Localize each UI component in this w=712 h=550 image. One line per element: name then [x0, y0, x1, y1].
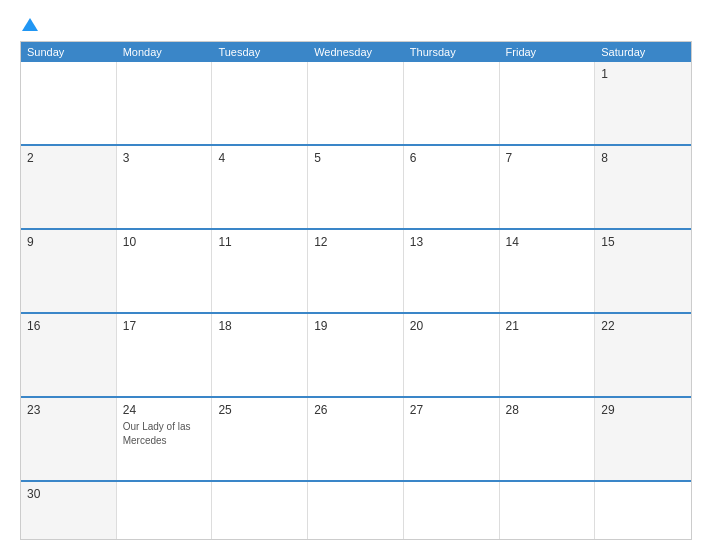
weeks-container: 123456789101112131415161718192021222324O…	[21, 62, 691, 539]
day-cell: 10	[117, 230, 213, 312]
day-cell: 24Our Lady of las Mercedes	[117, 398, 213, 480]
holiday-label: Our Lady of las Mercedes	[123, 421, 191, 446]
day-header-monday: Monday	[117, 42, 213, 62]
header	[20, 18, 692, 31]
day-cell: 15	[595, 230, 691, 312]
day-cell: 23	[21, 398, 117, 480]
day-number: 19	[314, 319, 397, 333]
day-cell: 8	[595, 146, 691, 228]
day-cell: 16	[21, 314, 117, 396]
week-row-1: 1	[21, 62, 691, 144]
day-cell	[117, 482, 213, 539]
day-number: 29	[601, 403, 685, 417]
week-row-3: 9101112131415	[21, 228, 691, 312]
day-cell: 19	[308, 314, 404, 396]
day-cell: 29	[595, 398, 691, 480]
week-row-6: 30	[21, 480, 691, 539]
day-number: 3	[123, 151, 206, 165]
day-number: 25	[218, 403, 301, 417]
week-row-4: 16171819202122	[21, 312, 691, 396]
day-cell	[500, 62, 596, 144]
day-number: 15	[601, 235, 685, 249]
day-cell: 6	[404, 146, 500, 228]
day-number: 21	[506, 319, 589, 333]
day-number: 13	[410, 235, 493, 249]
day-cell: 25	[212, 398, 308, 480]
calendar-page: SundayMondayTuesdayWednesdayThursdayFrid…	[0, 0, 712, 550]
day-cell	[212, 482, 308, 539]
day-cell: 1	[595, 62, 691, 144]
day-number: 4	[218, 151, 301, 165]
day-number: 10	[123, 235, 206, 249]
day-cell: 17	[117, 314, 213, 396]
day-number: 22	[601, 319, 685, 333]
calendar-grid: SundayMondayTuesdayWednesdayThursdayFrid…	[20, 41, 692, 540]
day-header-thursday: Thursday	[404, 42, 500, 62]
day-number: 17	[123, 319, 206, 333]
day-number: 28	[506, 403, 589, 417]
day-cell: 5	[308, 146, 404, 228]
day-cell: 22	[595, 314, 691, 396]
day-number: 14	[506, 235, 589, 249]
day-number: 30	[27, 487, 110, 501]
week-row-2: 2345678	[21, 144, 691, 228]
day-headers-row: SundayMondayTuesdayWednesdayThursdayFrid…	[21, 42, 691, 62]
day-header-saturday: Saturday	[595, 42, 691, 62]
day-number: 18	[218, 319, 301, 333]
day-number: 6	[410, 151, 493, 165]
day-number: 2	[27, 151, 110, 165]
day-cell	[595, 482, 691, 539]
day-cell: 27	[404, 398, 500, 480]
day-number: 9	[27, 235, 110, 249]
day-cell	[308, 62, 404, 144]
day-number: 11	[218, 235, 301, 249]
day-cell: 4	[212, 146, 308, 228]
day-cell: 30	[21, 482, 117, 539]
day-cell: 7	[500, 146, 596, 228]
day-number: 5	[314, 151, 397, 165]
day-number: 8	[601, 151, 685, 165]
day-cell	[117, 62, 213, 144]
day-header-friday: Friday	[500, 42, 596, 62]
day-number: 7	[506, 151, 589, 165]
logo	[20, 18, 38, 31]
day-cell	[404, 482, 500, 539]
day-number: 24	[123, 403, 206, 417]
day-cell: 3	[117, 146, 213, 228]
day-cell: 11	[212, 230, 308, 312]
day-cell	[500, 482, 596, 539]
day-number: 27	[410, 403, 493, 417]
day-header-sunday: Sunday	[21, 42, 117, 62]
day-cell	[21, 62, 117, 144]
day-cell: 26	[308, 398, 404, 480]
day-cell: 14	[500, 230, 596, 312]
day-header-wednesday: Wednesday	[308, 42, 404, 62]
day-cell: 12	[308, 230, 404, 312]
day-header-tuesday: Tuesday	[212, 42, 308, 62]
week-row-5: 2324Our Lady of las Mercedes2526272829	[21, 396, 691, 480]
day-cell	[212, 62, 308, 144]
day-cell	[308, 482, 404, 539]
day-cell	[404, 62, 500, 144]
day-number: 16	[27, 319, 110, 333]
day-number: 20	[410, 319, 493, 333]
day-number: 12	[314, 235, 397, 249]
logo-triangle-icon	[22, 18, 38, 31]
day-cell: 18	[212, 314, 308, 396]
day-number: 26	[314, 403, 397, 417]
day-cell: 2	[21, 146, 117, 228]
day-number: 23	[27, 403, 110, 417]
day-cell: 21	[500, 314, 596, 396]
day-cell: 13	[404, 230, 500, 312]
day-cell: 20	[404, 314, 500, 396]
day-cell: 28	[500, 398, 596, 480]
day-number: 1	[601, 67, 685, 81]
day-cell: 9	[21, 230, 117, 312]
